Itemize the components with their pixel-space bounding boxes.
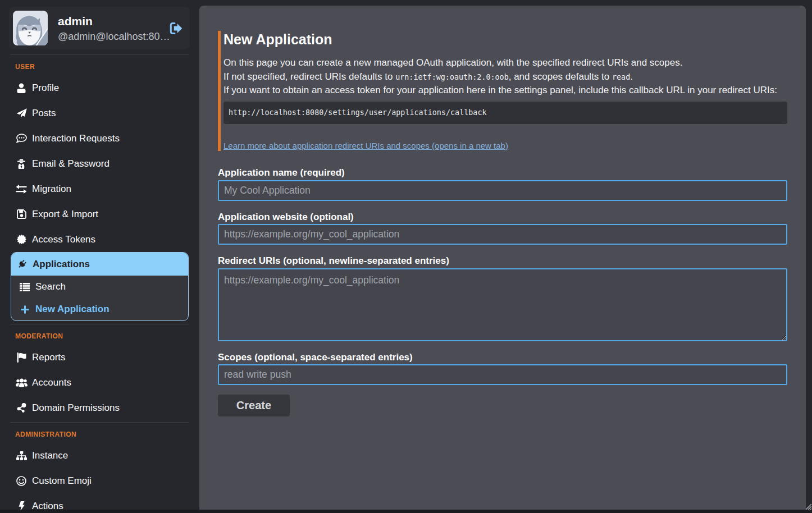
sidebar-item-label: Instance [28,450,68,461]
new-application-form: Application name (required) Application … [218,167,787,416]
intro-line-3: If you want to obtain an access token fo… [223,84,787,98]
sidebar-item-domain-permissions[interactable]: Domain Permissions [9,395,190,420]
sidebar-divider [10,324,189,324]
sidebar-divider [10,54,189,55]
inline-code-oob: urn:ietf:wg:oauth:2.0:oob [395,73,509,81]
sidebar-item-actions[interactable]: Actions [9,493,190,510]
plug-icon [16,259,28,269]
sidebar-item-label: Email & Password [28,158,110,170]
sidebar-item-custom-emoji[interactable]: Custom Emoji [9,468,190,493]
sitemap-icon [15,451,28,460]
sidebar-divider [10,422,189,423]
sidebar-item-interaction-requests[interactable]: Interaction Requests [9,126,190,151]
scopes-label: Scopes (optional, space-separated entrie… [218,352,787,363]
intro-line-1: On this page you can create a new manage… [223,56,787,70]
smile-icon [15,476,28,486]
sidebar-item-label: Accounts [28,377,71,388]
sidebar-item-posts[interactable]: Posts [9,100,190,126]
sidebar-item-label: Search [31,281,66,292]
window-resize-grip[interactable] [806,504,811,510]
sidebar-item-label: Actions [28,501,63,510]
sidebar-item-label: Posts [28,108,56,119]
sidebar-item-label: Applications [28,259,90,270]
section-header-administration: ADMINISTRATION [15,428,190,440]
sidebar: admin @admin@localhost:80… USER Profile [0,0,199,510]
paper-plane-icon [15,108,28,118]
intro-line-2: If not specified, redirect URIs defaults… [223,70,787,84]
scopes-input[interactable] [218,364,787,385]
certificate-icon [15,235,28,244]
callback-url-code[interactable]: http://localhost:8080/settings/user/appl… [223,102,787,124]
sidebar-item-label: Reports [28,352,66,363]
field-scopes: Scopes (optional, space-separated entrie… [218,352,787,386]
user-info: admin @admin@localhost:80… [48,13,167,43]
page-title: New Application [223,31,787,48]
sidebar-item-accounts[interactable]: Accounts [9,370,190,395]
sidebar-item-profile[interactable]: Profile [9,75,190,100]
sidebar-item-migration[interactable]: Migration [9,176,190,201]
plus-icon [19,305,31,314]
learn-more-link[interactable]: Learn more about application redirect UR… [223,141,508,150]
username: admin [58,13,167,29]
application-website-input[interactable] [218,224,787,245]
sidebar-item-access-tokens[interactable]: Access Tokens [9,227,190,252]
user-card[interactable]: admin @admin@localhost:80… [9,7,190,49]
user-secret-icon [15,159,28,169]
sidebar-item-applications-new[interactable]: New Application [11,298,188,320]
sidebar-item-instance[interactable]: Instance [9,443,190,468]
sidebar-item-label: Access Tokens [28,234,95,245]
sidebar-item-label: Profile [28,83,59,94]
sidebar-item-reports[interactable]: Reports [9,345,190,370]
form-section-docs: New Application On this page you can cre… [218,31,787,151]
application-name-input[interactable] [218,180,787,201]
applications-block: Applications Search New Application [11,252,189,321]
main-panel: New Application On this page you can cre… [199,6,806,510]
sidebar-item-applications-search[interactable]: Search [11,276,188,298]
sidebar-item-email-password[interactable]: Email & Password [9,151,190,176]
field-redirect-uris: Redirect URIs (optional, newline-separat… [218,255,787,341]
application-website-label: Application website (optional) [218,212,787,222]
field-application-website: Application website (optional) [218,212,787,245]
bolt-icon [15,501,28,510]
comment-dots-icon [15,134,28,143]
sidebar-item-label: New Application [31,304,110,315]
exchange-icon [15,185,28,194]
sidebar-item-label: Interaction Requests [28,133,120,144]
users-icon [15,378,28,387]
application-name-label: Application name (required) [218,167,787,178]
sidebar-item-applications[interactable]: Applications [11,253,188,276]
sloth-avatar-image [13,11,48,45]
sidebar-item-label: Custom Emoji [28,475,92,487]
avatar [13,11,48,45]
sidebar-item-export-import[interactable]: Export & Import [9,201,190,227]
sidebar-item-label: Migration [28,184,71,195]
save-icon [15,209,28,219]
sidebar-item-label: Domain Permissions [28,402,120,414]
redirect-uris-textarea[interactable] [218,268,787,341]
share-nodes-icon [15,403,28,413]
redirect-uris-label: Redirect URIs (optional, newline-separat… [218,255,787,266]
sign-out-icon [170,22,183,35]
section-header-moderation: MODERATION [15,330,190,342]
user-icon [15,83,28,93]
flag-icon [15,352,28,363]
sidebar-item-label: Export & Import [28,209,98,220]
settings-panel-app: admin @admin@localhost:80… USER Profile [0,0,812,510]
section-header-user: USER [15,61,190,72]
list-icon [19,283,31,291]
create-button[interactable]: Create [218,395,290,416]
user-handle: @admin@localhost:80… [58,30,167,43]
inline-code-read: read [612,73,630,81]
logout-button[interactable] [167,22,186,35]
field-application-name: Application name (required) [218,167,787,201]
